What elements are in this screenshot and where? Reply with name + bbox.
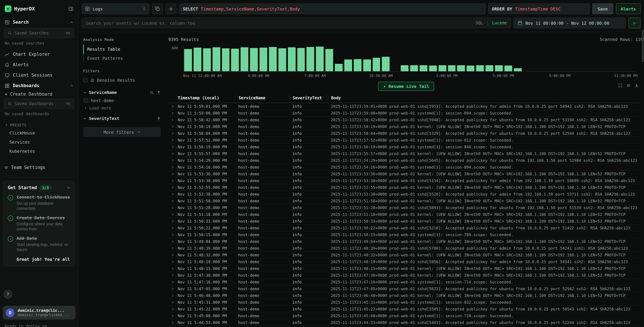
- row-density-icon[interactable]: [626, 84, 630, 88]
- row-expand-icon[interactable]: [168, 111, 178, 115]
- column-header-body[interactable]: Body: [328, 96, 639, 100]
- run-query-button[interactable]: ▷: [628, 18, 640, 28]
- column-header-timestamp[interactable]: Timestamp (Local): [178, 96, 235, 100]
- date-range-picker[interactable]: Nov 11 00:00:00 - Nov 12 00:00:00: [514, 18, 626, 28]
- table-row[interactable]: Nov 11 5:54:29.000 PMhost-demoinfo2025-1…: [168, 157, 639, 164]
- checkbox[interactable]: [84, 98, 88, 103]
- table-row[interactable]: Nov 11 5:50:22.000 PMhost-demoinfo2025-1…: [168, 225, 639, 232]
- histogram-bar[interactable]: [269, 46, 277, 71]
- row-expand-icon[interactable]: [168, 220, 178, 223]
- get-started-step[interactable]: ✓ Connect to ClickHouse Set up your data…: [8, 194, 70, 211]
- histogram-bar[interactable]: [288, 46, 296, 71]
- table-row[interactable]: Nov 11 5:45:31.000 PMhost-demoinfo2025-1…: [168, 299, 639, 306]
- histogram-bar[interactable]: [580, 46, 588, 71]
- table-row[interactable]: Nov 11 5:50:15.000 PMhost-demoinfo2025-1…: [168, 232, 639, 238]
- row-expand-icon[interactable]: [168, 172, 178, 176]
- histogram-bar[interactable]: [448, 46, 456, 71]
- table-row[interactable]: Nov 11 5:47:30.000 PMhost-demoinfo2025-1…: [168, 272, 639, 279]
- histogram-bar[interactable]: [344, 46, 352, 71]
- row-expand-icon[interactable]: [168, 287, 178, 290]
- histogram-bar[interactable]: [627, 46, 634, 71]
- table-row[interactable]: Nov 11 5:52:38.000 PMhost-demoinfo2025-1…: [168, 191, 639, 198]
- row-expand-icon[interactable]: [168, 246, 178, 250]
- histogram-bar[interactable]: [250, 46, 258, 71]
- histogram-bar[interactable]: [316, 46, 324, 71]
- row-expand-icon[interactable]: [168, 260, 178, 263]
- histogram-bar[interactable]: [212, 46, 220, 71]
- histogram-bar[interactable]: [354, 46, 362, 71]
- row-expand-icon[interactable]: [168, 294, 178, 297]
- histogram-bar[interactable]: [608, 46, 616, 71]
- histogram-bar[interactable]: [382, 46, 390, 71]
- table-row[interactable]: Nov 11 5:48:19.000 PMhost-demoinfo2025-1…: [168, 258, 639, 265]
- filter-search-icon[interactable]: [150, 90, 154, 94]
- histogram-bar[interactable]: [194, 46, 202, 71]
- row-expand-icon[interactable]: [168, 132, 178, 135]
- chevron-down-icon[interactable]: [83, 117, 86, 120]
- row-expand-icon[interactable]: [168, 307, 178, 310]
- histogram-bar[interactable]: [570, 46, 578, 71]
- table-row[interactable]: Nov 11 5:59:00.000 PMhost-demoinfo2025-1…: [168, 110, 639, 116]
- expand-table-icon[interactable]: [618, 84, 622, 88]
- row-expand-icon[interactable]: [168, 165, 178, 169]
- sidebar-item-dashboards[interactable]: Dashboards: [0, 80, 78, 91]
- histogram-bar[interactable]: [438, 46, 446, 71]
- column-header-severitytext[interactable]: SeverityText: [289, 96, 328, 100]
- search-input[interactable]: [86, 20, 472, 26]
- chevron-down-icon[interactable]: [83, 91, 86, 94]
- row-expand-icon[interactable]: [168, 314, 178, 317]
- save-button[interactable]: Save: [592, 4, 613, 14]
- histogram-bar[interactable]: [589, 46, 597, 71]
- sidebar-collapse-icon[interactable]: [68, 6, 73, 11]
- histogram-bar[interactable]: [231, 46, 239, 71]
- sidebar-item-clickhouse[interactable]: ClickHouse: [0, 128, 78, 138]
- row-expand-icon[interactable]: [168, 125, 178, 128]
- filter-group-servicename[interactable]: ServiceName: [83, 90, 161, 95]
- row-expand-icon[interactable]: [168, 152, 178, 155]
- row-expand-icon[interactable]: [168, 104, 178, 108]
- table-row[interactable]: Nov 11 5:58:42.000 PMhost-demoinfo2025-1…: [168, 116, 639, 123]
- table-row[interactable]: Nov 11 5:51:58.000 PMhost-demoinfo2025-1…: [168, 198, 639, 204]
- histogram-bar[interactable]: [307, 46, 314, 71]
- more-filters-button[interactable]: More filters: [83, 127, 161, 137]
- histogram-bar[interactable]: [363, 46, 371, 71]
- table-row[interactable]: Nov 11 5:54:16.000 PMhost-demoinfo2025-1…: [168, 164, 639, 170]
- lucene-mode-toggle[interactable]: Lucene: [492, 20, 507, 25]
- table-row[interactable]: Nov 11 5:53:36.000 PMhost-demoinfo2025-1…: [168, 170, 639, 177]
- mode-results-table[interactable]: Results Table: [83, 44, 161, 54]
- table-row[interactable]: Nov 11 5:47:05.000 PMhost-demoinfo2025-1…: [168, 286, 639, 292]
- sidebar-item-client-sessions[interactable]: Client Sessions: [0, 70, 78, 80]
- table-row[interactable]: Nov 11 5:45:08.000 PMhost-demoinfo2025-1…: [168, 312, 639, 319]
- event-search-box[interactable]: SQL | Lucene: [82, 18, 511, 28]
- row-expand-icon[interactable]: [168, 267, 178, 270]
- sidebar-item-team-settings[interactable]: ⚙ Team Settings: [0, 162, 78, 172]
- sidebar-item-search[interactable]: Search: [0, 17, 78, 27]
- create-dashboard-button[interactable]: + Create Dashboard: [0, 91, 78, 98]
- histogram-bar[interactable]: [372, 46, 380, 71]
- histogram-bar[interactable]: [326, 46, 333, 71]
- table-row[interactable]: Nov 11 5:53:30.000 PMhost-demoinfo2025-1…: [168, 177, 639, 184]
- histogram-bar[interactable]: [335, 46, 342, 71]
- chevron-up-icon[interactable]: [67, 186, 70, 189]
- row-expand-icon[interactable]: [168, 158, 178, 162]
- pin-icon[interactable]: [157, 116, 161, 120]
- row-expand-icon[interactable]: [168, 280, 178, 284]
- table-row[interactable]: Nov 11 5:48:32.000 PMhost-demoinfo2025-1…: [168, 252, 639, 258]
- histogram-bar[interactable]: [618, 46, 625, 71]
- table-row[interactable]: Nov 11 5:48:15.000 PMhost-demoinfo2025-1…: [168, 265, 639, 272]
- saved-searches-input[interactable]: Saved Searches ⌘K: [4, 28, 74, 38]
- histogram-bar[interactable]: [504, 46, 512, 71]
- histogram-bar[interactable]: [542, 46, 550, 71]
- histogram-bar[interactable]: [260, 46, 267, 71]
- histogram-bar[interactable]: [561, 46, 569, 71]
- resume-live-tail-button[interactable]: Resume Live Tail: [378, 82, 434, 91]
- scrollbar[interactable]: [642, 30, 644, 62]
- orderby-input[interactable]: ORDER BY TimestampTime DESC: [488, 4, 590, 14]
- row-expand-icon[interactable]: [168, 300, 178, 304]
- alerts-button[interactable]: Alerts: [616, 4, 640, 14]
- help-button[interactable]: ?: [4, 290, 12, 298]
- table-row[interactable]: Nov 11 5:45:22.000 PMhost-demoinfo2025-1…: [168, 306, 639, 312]
- load-more-button[interactable]: Load more: [84, 105, 161, 110]
- histogram-bar[interactable]: [514, 46, 522, 71]
- histogram-bar[interactable]: [184, 46, 192, 71]
